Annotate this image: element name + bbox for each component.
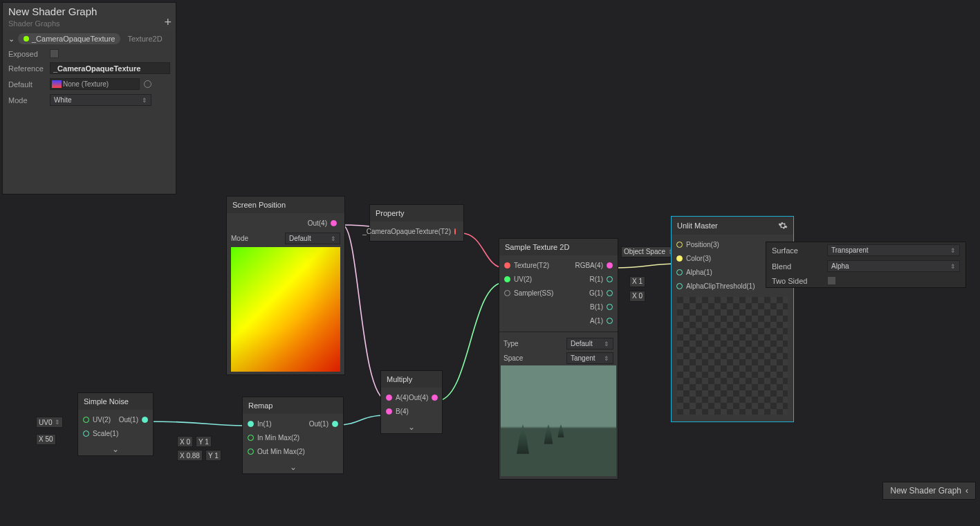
default-object-field[interactable]: None (Texture)	[50, 78, 140, 90]
graph-title: New Shader Graph	[8, 6, 170, 17]
remap-omm-x[interactable]: X 0.88	[177, 450, 203, 461]
remap-imm-y[interactable]: Y 1	[196, 436, 212, 447]
graph-category: Shader Graphs	[8, 19, 170, 28]
two-sided-checkbox[interactable]	[827, 276, 836, 285]
node-remap[interactable]: Remap In(1) Out(1) In Min Max(2) Out Min…	[242, 397, 344, 474]
port-rgba[interactable]	[607, 262, 613, 269]
collapse-toggle[interactable]: ⌄	[243, 461, 343, 473]
master-preview	[677, 297, 788, 415]
port-a[interactable]	[386, 394, 392, 401]
port-in-min-max[interactable]	[248, 435, 254, 441]
sample-space-dropdown[interactable]: Tangent	[566, 352, 613, 364]
port-out[interactable]	[142, 417, 148, 423]
alpha-input-pill[interactable]: X 1	[629, 276, 645, 287]
port-scale[interactable]	[83, 430, 89, 437]
gear-icon[interactable]	[778, 221, 788, 230]
port-position[interactable]	[676, 242, 683, 248]
exposed-label: Exposed	[8, 50, 50, 58]
master-settings-panel: Surface Transparent Blend Alpha Two Side…	[766, 242, 966, 288]
port-out[interactable]	[331, 220, 337, 226]
port-out[interactable]	[432, 394, 438, 401]
screenpos-mode-dropdown[interactable]: Default	[285, 233, 340, 244]
scale-input-pill[interactable]: X 50	[36, 434, 56, 445]
port-out[interactable]	[454, 228, 456, 235]
port-out-min-max[interactable]	[248, 448, 254, 455]
chevron-down-icon: ⌄	[7, 35, 15, 44]
port-uv[interactable]	[83, 417, 89, 423]
port-out[interactable]	[332, 421, 338, 427]
port-clip[interactable]	[676, 283, 683, 289]
position-space-pill[interactable]: Object Space	[621, 246, 676, 257]
blackboard-header: New Shader Graph Shader Graphs +	[3, 3, 176, 30]
port-in[interactable]	[248, 421, 254, 427]
uv-input-pill[interactable]: UV0	[36, 417, 63, 428]
surface-dropdown[interactable]: Transparent	[827, 244, 960, 256]
object-picker-button[interactable]	[144, 80, 151, 88]
port-r[interactable]	[607, 276, 613, 282]
sample-type-dropdown[interactable]: Default	[566, 338, 613, 350]
clip-input-pill[interactable]: X 0	[629, 291, 645, 302]
blackboard-panel: New Shader Graph Shader Graphs + ⌄ _Came…	[2, 2, 176, 194]
sample-preview	[501, 365, 616, 476]
port-b[interactable]	[386, 408, 392, 415]
remap-imm-x[interactable]: X 0	[177, 436, 193, 447]
main-preview-toggle[interactable]: New Shader Graph ‹	[882, 482, 976, 500]
collapse-toggle[interactable]: ⌄	[381, 421, 442, 433]
mode-label: Mode	[8, 96, 50, 105]
property-row[interactable]: ⌄ _CameraOpaqueTexture Texture2D	[3, 30, 176, 47]
port-a[interactable]	[607, 318, 613, 324]
property-type: Texture2D	[127, 35, 162, 43]
port-sampler[interactable]	[504, 290, 510, 296]
remap-omm-y[interactable]: Y 1	[205, 450, 221, 461]
property-name: _CameraOpaqueTexture	[32, 35, 115, 43]
mode-dropdown[interactable]: White	[50, 94, 151, 106]
port-texture[interactable]	[504, 262, 510, 269]
node-property[interactable]: Property _CameraOpaqueTexture(T2)	[369, 204, 464, 242]
chevron-left-icon: ‹	[965, 486, 968, 496]
node-sample-texture-2d[interactable]: Sample Texture 2D Texture(T2) RGBA(4) UV…	[499, 238, 618, 480]
add-property-button[interactable]: +	[164, 15, 172, 30]
node-screen-position[interactable]: Screen Position Out(4) Mode Default	[226, 196, 345, 375]
texture-swatch-icon	[52, 80, 62, 88]
port-color[interactable]	[676, 255, 683, 262]
collapse-toggle[interactable]: ⌄	[78, 443, 153, 455]
reference-input[interactable]	[50, 62, 170, 74]
screenpos-preview	[231, 247, 340, 372]
default-label: Default	[8, 80, 50, 89]
node-simple-noise[interactable]: Simple Noise UV(2) Out(1) Scale(1) ⌄	[77, 392, 154, 456]
port-g[interactable]	[607, 290, 613, 296]
port-b[interactable]	[607, 304, 613, 310]
property-swatch-icon	[24, 36, 29, 42]
blend-dropdown[interactable]: Alpha	[827, 260, 960, 272]
port-uv[interactable]	[504, 276, 510, 282]
exposed-checkbox[interactable]	[50, 49, 59, 58]
node-multiply[interactable]: Multiply A(4) Out(4) B(4) ⌄	[380, 370, 443, 434]
port-alpha[interactable]	[676, 269, 683, 275]
reference-label: Reference	[8, 64, 50, 73]
